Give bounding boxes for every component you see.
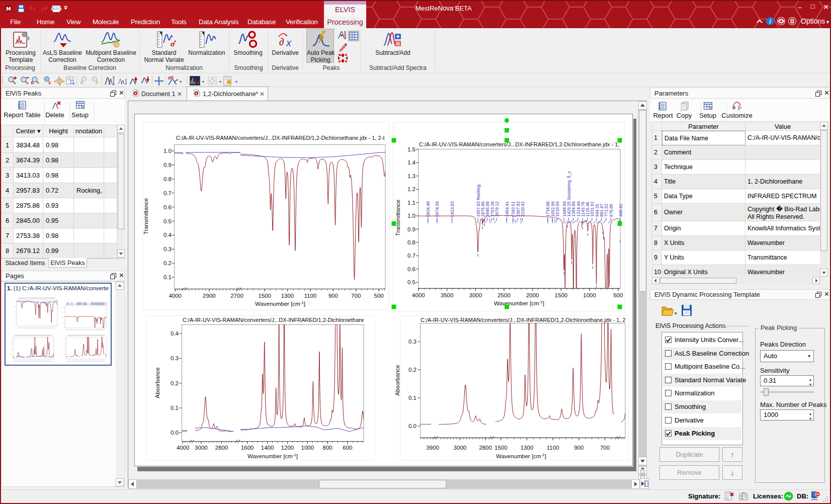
svg-text:x: x [286, 37, 292, 48]
svg-text:∂: ∂ [279, 36, 284, 47]
